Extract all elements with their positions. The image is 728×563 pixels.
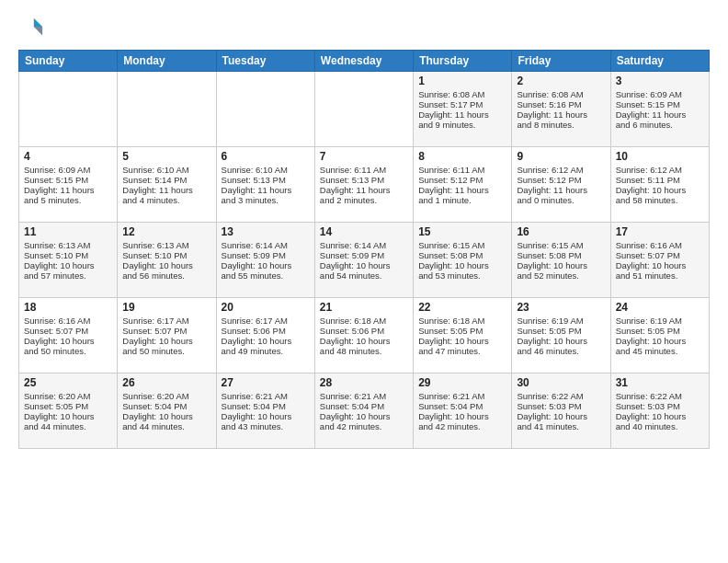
day-info: Daylight: 10 hours [517,260,605,270]
day-info: Sunset: 5:05 PM [517,326,605,336]
day-info: and 57 minutes. [24,270,112,281]
day-info: and 46 minutes. [517,346,605,356]
day-info: Daylight: 10 hours [320,411,408,421]
day-info: Sunset: 5:13 PM [222,175,310,185]
day-number: 28 [320,376,408,389]
svg-marker-1 [34,27,42,35]
calendar-cell: 1Sunrise: 6:08 AMSunset: 5:17 PMDaylight… [414,72,512,147]
day-info: Sunrise: 6:19 AM [616,316,704,326]
day-info: and 52 minutes. [517,270,605,281]
day-info: Daylight: 10 hours [616,336,704,346]
day-info: Sunset: 5:11 PM [616,175,704,185]
weekday-header-saturday: Saturday [610,51,709,72]
day-info: Sunrise: 6:21 AM [418,391,506,401]
day-info: Daylight: 10 hours [24,336,112,346]
day-info: Sunset: 5:10 PM [122,250,210,260]
calendar-cell: 16Sunrise: 6:15 AMSunset: 5:08 PMDayligh… [512,223,610,298]
day-info: Sunset: 5:07 PM [616,250,704,260]
day-number: 13 [222,225,310,238]
day-info: and 0 minutes. [517,195,605,205]
day-info: Daylight: 10 hours [222,260,310,270]
page: SundayMondayTuesdayWednesdayThursdayFrid… [0,0,728,563]
calendar-cell: 24Sunrise: 6:19 AMSunset: 5:05 PMDayligh… [610,298,709,373]
day-info: Sunrise: 6:17 AM [122,316,210,326]
calendar-table: SundayMondayTuesdayWednesdayThursdayFrid… [18,50,710,449]
day-number: 9 [517,150,605,163]
day-number: 14 [320,225,408,238]
calendar-cell: 4Sunrise: 6:09 AMSunset: 5:15 PMDaylight… [19,147,118,223]
day-info: Sunrise: 6:22 AM [517,391,605,401]
calendar-cell: 12Sunrise: 6:13 AMSunset: 5:10 PMDayligh… [118,223,216,298]
day-info: and 1 minute. [418,195,506,205]
day-info: Sunrise: 6:14 AM [222,240,310,250]
day-info: Sunrise: 6:13 AM [122,240,210,250]
day-number: 10 [616,150,704,163]
day-info: and 43 minutes. [222,421,310,431]
calendar-cell [216,72,314,147]
calendar-cell: 17Sunrise: 6:16 AMSunset: 5:07 PMDayligh… [610,223,709,298]
calendar-cell: 15Sunrise: 6:15 AMSunset: 5:08 PMDayligh… [414,223,512,298]
day-number: 26 [122,376,210,389]
day-info: Daylight: 10 hours [24,411,112,421]
logo [18,15,48,40]
day-info: Daylight: 11 hours [122,185,210,195]
day-info: Sunset: 5:04 PM [320,401,408,411]
day-info: and 47 minutes. [418,346,506,356]
day-info: and 42 minutes. [418,421,506,431]
day-info: Sunrise: 6:08 AM [418,89,506,99]
day-info: and 54 minutes. [320,270,408,281]
day-info: and 56 minutes. [122,270,210,281]
weekday-header-friday: Friday [512,51,610,72]
day-info: Sunrise: 6:21 AM [320,391,408,401]
day-info: Sunrise: 6:17 AM [222,316,310,326]
day-info: Daylight: 10 hours [616,185,704,195]
day-info: and 2 minutes. [320,195,408,205]
day-number: 24 [616,301,704,314]
day-number: 15 [418,225,506,238]
calendar-cell: 2Sunrise: 6:08 AMSunset: 5:16 PMDaylight… [512,72,610,147]
calendar-cell: 22Sunrise: 6:18 AMSunset: 5:05 PMDayligh… [414,298,512,373]
day-number: 3 [616,75,704,87]
calendar-cell: 6Sunrise: 6:10 AMSunset: 5:13 PMDaylight… [216,147,314,223]
day-info: Daylight: 11 hours [418,185,506,195]
day-info: Daylight: 11 hours [616,109,704,120]
day-info: Sunrise: 6:09 AM [616,89,704,99]
day-number: 19 [122,301,210,314]
day-info: Sunrise: 6:12 AM [616,165,704,175]
day-number: 16 [517,225,605,238]
weekday-header-monday: Monday [118,51,216,72]
calendar-cell [19,72,118,147]
logo-icon [18,15,44,40]
day-info: Sunrise: 6:12 AM [517,165,605,175]
day-info: Sunset: 5:06 PM [320,326,408,336]
day-info: and 44 minutes. [122,421,210,431]
day-info: Daylight: 10 hours [517,336,605,346]
day-info: Sunrise: 6:13 AM [24,240,112,250]
day-info: Daylight: 11 hours [517,185,605,195]
day-info: Sunset: 5:15 PM [24,175,112,185]
day-info: Sunrise: 6:15 AM [517,240,605,250]
day-info: Sunset: 5:10 PM [24,250,112,260]
day-info: Sunset: 5:08 PM [418,250,506,260]
day-info: Sunset: 5:16 PM [517,99,605,109]
day-info: Daylight: 10 hours [616,411,704,421]
weekday-header-sunday: Sunday [19,51,118,72]
day-info: Sunrise: 6:22 AM [616,391,704,401]
day-info: Sunrise: 6:15 AM [418,240,506,250]
calendar-cell: 19Sunrise: 6:17 AMSunset: 5:07 PMDayligh… [118,298,216,373]
weekday-header-thursday: Thursday [414,51,512,72]
day-info: and 44 minutes. [24,421,112,431]
day-info: Daylight: 10 hours [418,336,506,346]
weekday-header-tuesday: Tuesday [216,51,314,72]
day-info: and 8 minutes. [517,120,605,130]
day-info: Sunset: 5:14 PM [122,175,210,185]
day-info: Sunrise: 6:18 AM [418,316,506,326]
calendar-cell: 10Sunrise: 6:12 AMSunset: 5:11 PMDayligh… [610,147,709,223]
day-number: 27 [222,376,310,389]
calendar-cell [314,72,413,147]
day-number: 23 [517,301,605,314]
day-info: Sunset: 5:05 PM [418,326,506,336]
day-info: Sunset: 5:17 PM [418,99,506,109]
day-info: Sunset: 5:07 PM [122,326,210,336]
calendar-cell: 28Sunrise: 6:21 AMSunset: 5:04 PMDayligh… [314,373,413,449]
